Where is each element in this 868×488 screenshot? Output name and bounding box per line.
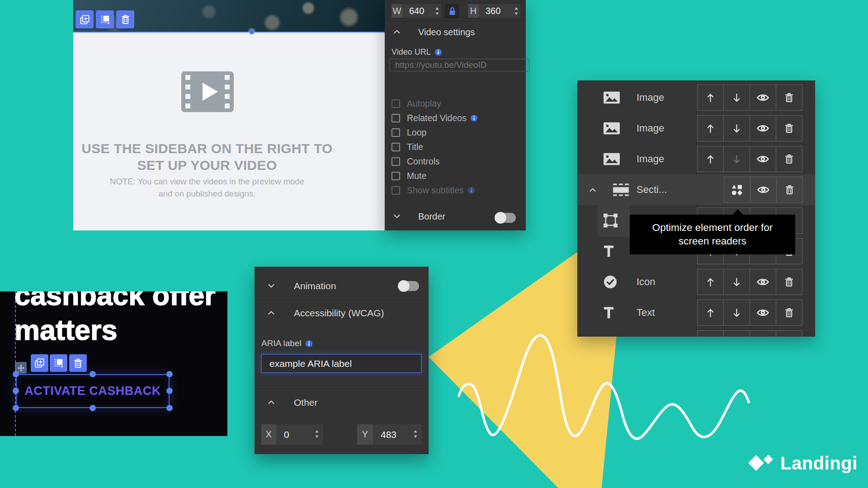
- resize-handle[interactable]: [166, 405, 173, 411]
- info-icon[interactable]: [468, 187, 475, 194]
- collapse-caret-icon[interactable]: [590, 188, 596, 192]
- move-up-button[interactable]: [697, 300, 724, 326]
- layers-panel: ImageImageImageSecti...IconText Optimize…: [577, 80, 815, 337]
- other-section-header[interactable]: Other: [255, 395, 429, 411]
- move-down-button[interactable]: [723, 84, 750, 111]
- accessibility-section-header[interactable]: Accessibility (WCAG): [255, 306, 429, 321]
- border-toggle[interactable]: [495, 213, 516, 223]
- resize-handle[interactable]: [166, 388, 173, 394]
- layer-row[interactable]: [577, 328, 815, 337]
- resize-handle[interactable]: [90, 371, 96, 377]
- element-settings-panel: Animation Accessibility (WCAG) ARIA labe…: [255, 267, 429, 454]
- move-up-button[interactable]: [697, 269, 724, 295]
- move-down-button[interactable]: [723, 146, 750, 172]
- delete-widget-button[interactable]: [116, 10, 134, 28]
- info-icon[interactable]: [306, 340, 312, 347]
- duplicate-icon: [80, 14, 90, 25]
- visibility-button[interactable]: [750, 146, 776, 172]
- image-icon: [604, 122, 620, 135]
- info-icon[interactable]: [435, 49, 442, 56]
- landingi-mark-icon: [748, 454, 774, 473]
- x-stepper[interactable]: [315, 430, 319, 438]
- delete-button[interactable]: [776, 84, 802, 111]
- visibility-button[interactable]: [750, 269, 776, 295]
- width-stepper[interactable]: [435, 7, 439, 15]
- resize-handle[interactable]: [90, 405, 96, 411]
- delete-button[interactable]: [776, 115, 802, 141]
- delete-button[interactable]: [776, 146, 802, 172]
- video-option-row: Autoplay: [392, 96, 518, 111]
- duplicate-button[interactable]: [75, 10, 94, 28]
- move-down-button[interactable]: [723, 115, 750, 141]
- chevron-down-icon: [268, 284, 274, 288]
- video-placeholder-panel: USE THE SIDEBAR ON THE RIGHT TO SET UP Y…: [73, 32, 385, 230]
- video-option-row: Show subtitles: [392, 183, 518, 197]
- chevron-up-icon: [268, 400, 274, 404]
- y-stepper[interactable]: [414, 430, 417, 438]
- layer-row[interactable]: Icon: [577, 267, 815, 297]
- video-url-input[interactable]: [389, 59, 529, 71]
- checkbox[interactable]: [392, 157, 400, 166]
- checkbox[interactable]: [392, 186, 400, 195]
- border-title: Border: [418, 211, 445, 222]
- resize-handle[interactable]: [13, 405, 19, 411]
- checkbox[interactable]: [392, 114, 400, 122]
- move-up-button[interactable]: [697, 115, 724, 141]
- delete-button[interactable]: [776, 269, 802, 295]
- video-settings-header[interactable]: Video settings: [385, 26, 526, 39]
- canvas-heading: cashback offer matters: [14, 291, 216, 347]
- duplicate-button[interactable]: [31, 354, 48, 372]
- layer-row[interactable]: Text: [577, 297, 815, 328]
- delete-widget-button[interactable]: [69, 354, 87, 372]
- selected-button-element[interactable]: ACTIVATE CASHBACK: [16, 374, 170, 408]
- checkbox[interactable]: [392, 128, 400, 137]
- widget-actions-button[interactable]: [96, 10, 114, 28]
- animation-title: Animation: [294, 281, 336, 291]
- checkbox[interactable]: [392, 143, 400, 151]
- move-down-button[interactable]: [723, 300, 750, 326]
- selection-anchor-dot[interactable]: [249, 29, 255, 34]
- landingi-logo: Landingi: [748, 453, 858, 474]
- delete-button[interactable]: [776, 177, 803, 203]
- layer-label: Secti...: [637, 184, 667, 196]
- widget-actions-button[interactable]: [50, 354, 67, 372]
- trash-icon: [74, 358, 82, 368]
- info-icon[interactable]: [471, 115, 477, 122]
- resize-handle[interactable]: [13, 371, 19, 377]
- checkbox-label: Autoplay: [407, 99, 441, 109]
- visibility-button[interactable]: [750, 300, 776, 326]
- video-option-row: Related Videos: [392, 111, 518, 125]
- resize-handle[interactable]: [13, 388, 19, 394]
- layer-row[interactable]: Image: [577, 113, 815, 144]
- move-up-button[interactable]: [697, 146, 724, 172]
- delete-button[interactable]: [776, 300, 802, 326]
- visibility-button[interactable]: [750, 84, 776, 111]
- layer-row[interactable]: Image: [577, 82, 815, 113]
- height-stepper[interactable]: [514, 7, 518, 15]
- checkbox[interactable]: [392, 99, 400, 108]
- move-down-button[interactable]: [723, 269, 750, 295]
- image-icon: [604, 153, 620, 165]
- move-up-button[interactable]: [697, 84, 724, 111]
- resize-handle[interactable]: [166, 371, 173, 377]
- widget-icon: [53, 358, 64, 368]
- layer-row[interactable]: Secti...: [577, 174, 815, 205]
- film-play-icon: [181, 71, 234, 112]
- visibility-button[interactable]: [750, 115, 776, 141]
- animation-toggle[interactable]: [398, 281, 419, 291]
- chevron-down-icon: [394, 214, 400, 218]
- border-section-header[interactable]: Border: [385, 209, 526, 225]
- aria-label-input[interactable]: [261, 354, 422, 373]
- layer-row[interactable]: Image: [577, 144, 815, 174]
- placeholder-note: NOTE: You can view the videos in the pre…: [73, 175, 341, 200]
- move-icon: [18, 365, 24, 371]
- optimize-order-button[interactable]: [724, 177, 750, 203]
- checkbox-label: Controls: [407, 156, 440, 167]
- lock-ratio-button[interactable]: [445, 5, 459, 18]
- delete-button[interactable]: [776, 330, 802, 337]
- visibility-button[interactable]: [750, 177, 777, 203]
- visibility-button[interactable]: [750, 330, 776, 337]
- checkbox[interactable]: [392, 172, 400, 180]
- move-up-button[interactable]: [697, 330, 724, 337]
- move-down-button[interactable]: [723, 330, 750, 337]
